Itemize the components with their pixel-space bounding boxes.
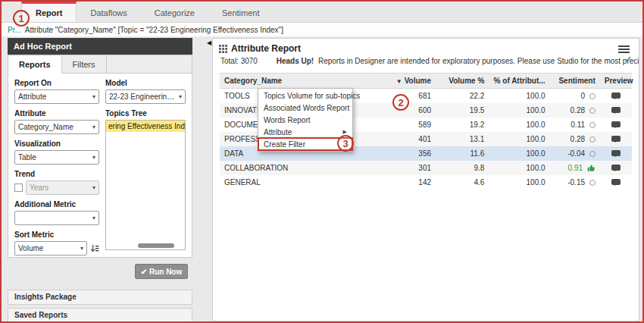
report-on-select[interactable]: Attribute ▾ <box>14 89 99 104</box>
chevron-down-icon: ▾ <box>92 154 95 161</box>
preview-cell[interactable] <box>600 161 632 175</box>
sort-order-icon[interactable] <box>90 244 99 253</box>
volume-cell: 142 <box>386 175 436 190</box>
visualization-select[interactable]: Table ▾ <box>14 150 99 165</box>
attr-pct-cell: 100.0 <box>489 146 549 161</box>
category-cell: COLLABORATION <box>220 161 386 175</box>
run-now-button[interactable]: ✔ Run Now <box>135 264 188 279</box>
sidebar-tabs: Reports Filters <box>8 55 192 74</box>
table-row-collaboration[interactable]: COLLABORATION3019.8100.00.91 <box>220 161 632 175</box>
additional-metric-label: Additional Metric <box>14 200 99 209</box>
sidebar-title: Ad Hoc Report <box>8 38 192 55</box>
annotation-step-1: 1 <box>13 10 30 27</box>
preview-cell[interactable] <box>600 146 632 161</box>
comment-preview-icon <box>611 93 621 99</box>
model-label: Model <box>105 79 186 87</box>
attr-pct-cell: 100.0 <box>489 175 549 190</box>
tab-reports[interactable]: Reports <box>8 56 62 74</box>
col-preview[interactable]: Preview <box>600 74 632 89</box>
volume-pct-cell: 11.6 <box>436 146 489 161</box>
neutral-sentiment-icon <box>589 122 596 128</box>
collapse-panel-icon[interactable]: ◀ <box>207 39 211 46</box>
insights-package-section[interactable]: Insights Package <box>8 290 192 305</box>
topics-tree-selected-item[interactable]: ering Effectiveness Index <box>106 121 185 132</box>
breadcrumb: Pr... Attribute "Category_Name" [Topic =… <box>2 23 642 36</box>
attr-pct-cell: 100.0 <box>489 161 549 175</box>
hamburger-menu-icon[interactable] <box>618 44 630 55</box>
sort-metric-value: Volume <box>18 244 43 252</box>
sentiment-cell: 0.91 <box>550 161 600 175</box>
sort-desc-icon: ▼ <box>396 78 402 85</box>
attribute-label: Attribute <box>14 109 99 118</box>
attribute-report-panel: Attribute Report Total: 3070 Heads Up! R… <box>212 38 639 321</box>
sentiment-cell: -0.15 <box>550 175 600 190</box>
comment-preview-icon <box>611 165 621 171</box>
col-sentiment[interactable]: Sentiment <box>550 74 600 89</box>
thumbs-up-icon <box>587 164 596 172</box>
menu-item-associated-words-report[interactable]: Associated Words Report <box>258 102 352 114</box>
preview-cell[interactable] <box>600 103 632 118</box>
menu-item-attribute[interactable]: Attribute▶ <box>258 126 352 138</box>
preview-cell[interactable] <box>600 132 632 146</box>
chevron-down-icon: ▾ <box>92 215 95 221</box>
model-select[interactable]: 22-23 Engineering Effectiv ▾ <box>105 89 186 104</box>
report-on-label: Report On <box>14 79 99 87</box>
tab-filters[interactable]: Filters <box>62 55 107 73</box>
neutral-sentiment-icon <box>589 136 596 143</box>
trend-label: Trend <box>14 170 99 178</box>
attribute-select[interactable]: Category_Name ▾ <box>14 120 99 134</box>
chevron-down-icon: ▾ <box>92 184 95 191</box>
comment-preview-icon <box>611 107 621 113</box>
chevron-down-icon: ▾ <box>179 93 182 100</box>
panel-title: Attribute Report <box>231 43 301 54</box>
ad-hoc-report-panel: Reports Filters Report On Attribute ▾ At… <box>8 55 192 258</box>
trend-select[interactable]: Years ▾ <box>26 180 99 195</box>
trend-checkbox[interactable] <box>14 183 23 192</box>
col-category-name[interactable]: Category_Name <box>220 74 386 89</box>
tab-report[interactable]: Report <box>21 2 77 22</box>
horizontal-scrollbar-thumb[interactable] <box>138 243 174 248</box>
success-check-icon: ✓ <box>625 55 632 64</box>
preview-cell[interactable] <box>600 89 632 103</box>
col-attr-pct[interactable]: % of Attribut... <box>489 74 549 89</box>
total-count: Total: 3070 <box>220 57 258 65</box>
tab-sentiment[interactable]: Sentiment <box>208 2 274 22</box>
report-form: Report On Attribute ▾ Attribute Category… <box>8 74 192 257</box>
volume-pct-cell: 19.2 <box>436 118 489 132</box>
volume-pct-cell: 9.8 <box>436 161 489 175</box>
chevron-down-icon: ▾ <box>80 245 83 252</box>
sentiment-cell: 0 <box>550 89 600 103</box>
col-volume-pct[interactable]: Volume % <box>436 74 489 89</box>
sort-metric-select[interactable]: Volume ▾ <box>14 241 87 256</box>
volume-pct-cell: 22.2 <box>436 89 489 103</box>
col-volume-label: Volume <box>405 77 431 85</box>
breadcrumb-link[interactable]: Pr... <box>8 26 21 34</box>
menu-item-topics-volume-for-sub-topics[interactable]: Topics Volume for sub-topics <box>258 89 352 102</box>
panel-header: Attribute Report <box>213 39 639 56</box>
table-row-general[interactable]: GENERAL1424.6100.0-0.15 <box>220 175 632 190</box>
tab-dataflows[interactable]: Dataflows <box>77 2 140 22</box>
comment-preview-icon <box>611 121 621 127</box>
preview-cell[interactable] <box>600 175 632 190</box>
check-icon: ✔ <box>141 268 147 276</box>
comment-preview-icon <box>611 136 621 142</box>
comment-preview-icon <box>611 150 621 156</box>
visualization-label: Visualization <box>14 140 99 148</box>
trend-value: Years <box>30 183 48 192</box>
volume-cell: 301 <box>386 161 436 175</box>
table-header-row: Category_Name ▼Volume Volume % % of Attr… <box>220 74 632 89</box>
submenu-arrow-icon: ▶ <box>343 129 347 135</box>
saved-reports-section[interactable]: Saved Reports <box>8 308 192 323</box>
preview-cell[interactable] <box>600 118 632 132</box>
additional-metric-select[interactable]: ▾ <box>14 211 99 225</box>
menu-item-words-report[interactable]: Words Report <box>258 114 352 126</box>
sentiment-cell: 0.11 <box>550 118 600 132</box>
grid-icon <box>219 45 227 53</box>
attr-pct-cell: 100.0 <box>489 103 549 118</box>
col-volume[interactable]: ▼Volume <box>386 74 436 89</box>
tab-categorize[interactable]: Categorize <box>141 2 208 22</box>
neutral-sentiment-icon <box>589 108 596 114</box>
visualization-value: Table <box>18 153 36 162</box>
neutral-sentiment-icon <box>589 93 596 99</box>
screen: ReportDataflowsCategorizeSentiment Pr...… <box>0 0 644 323</box>
